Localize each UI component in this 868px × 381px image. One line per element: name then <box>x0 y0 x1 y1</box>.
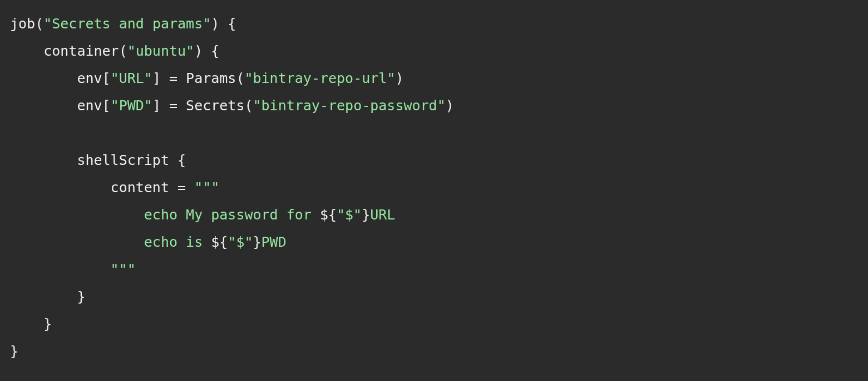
code-token: env[ <box>10 70 111 86</box>
code-token: job( <box>10 16 43 32</box>
code-token: "$" <box>228 234 253 250</box>
code-token: } <box>10 316 52 332</box>
code-token: "bintray-repo-url" <box>244 70 395 86</box>
code-token: """ <box>10 261 136 277</box>
code-token: ) <box>446 97 454 114</box>
code-token: ) { <box>211 16 236 32</box>
code-token: ) <box>395 70 403 86</box>
code-token: "ubuntu" <box>127 43 194 59</box>
code-token: "bintray-repo-password" <box>253 97 446 114</box>
code-token: echo is <box>10 234 211 250</box>
code-token: env[ <box>10 97 111 114</box>
code-token: ) { <box>194 43 219 59</box>
code-token: URL <box>370 207 395 223</box>
code-token: "PWD" <box>111 97 152 114</box>
code-token: ${ <box>320 207 337 223</box>
code-token: echo My password for <box>10 207 320 223</box>
code-token: container( <box>10 43 127 59</box>
code-token: "Secrets and params" <box>43 16 211 32</box>
code-token: PWD <box>262 234 287 250</box>
code-token: } <box>362 207 370 223</box>
code-token: } <box>10 343 18 359</box>
code-token: ] = Secrets( <box>152 97 253 114</box>
code-token: ] = Params( <box>152 70 245 86</box>
code-token: shellScript { <box>10 152 186 168</box>
code-token: } <box>10 289 85 305</box>
code-token: "$" <box>337 207 362 223</box>
code-token: } <box>253 234 262 250</box>
code-token: "URL" <box>111 70 152 86</box>
code-token: ${ <box>211 234 228 250</box>
code-token: content = <box>10 179 194 196</box>
code-token: """ <box>194 179 219 196</box>
code-block: job("Secrets and params") { container("u… <box>0 0 868 375</box>
